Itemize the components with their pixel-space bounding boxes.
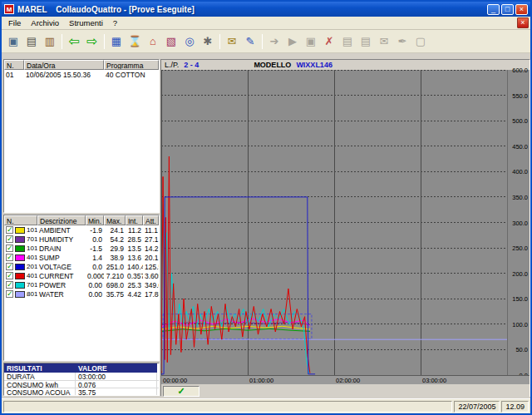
minimize-button[interactable]: _ <box>487 4 500 15</box>
channel-row[interactable]: ✓201VOLTAGE0.0251.0140.4125.5 <box>4 262 159 271</box>
maximize-button[interactable]: □ <box>501 4 514 15</box>
channel-name: HUMIDITY <box>37 235 86 244</box>
toolbar-separator <box>262 34 263 49</box>
results-table-body: DURATA03:00:00CONSUMO kwh0.076CONSUMO AC… <box>4 373 159 396</box>
toolbar-separator <box>62 34 62 49</box>
zoom-icon[interactable]: ◎ <box>180 32 199 51</box>
printer-icon[interactable]: ▤ <box>22 32 41 51</box>
y-axis-tick: 250.0 <box>512 245 528 252</box>
channel-att: 17.88 <box>143 290 159 299</box>
edit-note-icon[interactable]: ✎ <box>241 32 259 51</box>
chart-header: L./P. 2 - 4 MODELLO WIXXL146 <box>161 60 530 70</box>
history-clock-icon[interactable]: ⌛ <box>126 32 144 51</box>
channel-max: 24.1 <box>104 226 126 235</box>
runs-table-header: N.Data/OraProgramma <box>4 60 159 70</box>
channel-att: 11.1 <box>143 226 159 235</box>
apply-check-button[interactable]: ✓ <box>163 386 200 397</box>
channel-checkbox[interactable]: ✓ <box>6 245 13 252</box>
channel-max: 29.9 <box>104 245 126 253</box>
channel-row[interactable]: ✓101AMBIENT-1.924.111.211.1 <box>4 225 159 235</box>
chart-icon[interactable]: ▧ <box>162 32 180 51</box>
channel-name: AMBIENT <box>37 226 86 235</box>
channel-min: 0.0 <box>86 263 104 271</box>
channel-int: 140.4 <box>126 263 143 271</box>
channel-row[interactable]: ✓701POWER0.00698.025.3349.0 <box>4 280 159 289</box>
channel-row[interactable]: ✓101DRAIN-1.529.913.514.2 <box>4 244 159 253</box>
table-row[interactable]: 0110/06/2005 15.50.3640 COTTON <box>4 70 159 79</box>
channel-id: 801 <box>27 290 37 298</box>
channels-col-header[interactable]: Int. <box>126 215 143 225</box>
x-axis-tick: 01:00:00 <box>249 377 273 384</box>
print-preview-icon[interactable]: ▤ <box>338 32 357 51</box>
channel-min: 0.000 <box>86 272 104 280</box>
print-icon[interactable]: ▤ <box>357 32 375 51</box>
channel-row[interactable]: ✓701HUMIDITY0.054.228.527.1 <box>4 235 159 244</box>
channel-checkbox[interactable]: ✓ <box>6 290 13 298</box>
channels-col-header[interactable]: Descrizione <box>37 215 86 225</box>
table-view-icon[interactable]: ▦ <box>107 32 126 51</box>
channel-checkbox[interactable]: ✓ <box>6 226 13 234</box>
title-bar[interactable]: M MAREL CollaudoQuattro - [Prove Eseguit… <box>2 2 530 17</box>
menu-item-file[interactable]: File <box>3 17 26 28</box>
play-icon[interactable]: ▶ <box>283 32 302 51</box>
export-icon[interactable]: ➔ <box>265 32 283 51</box>
plot-area[interactable] <box>161 70 507 375</box>
chart-panel: L./P. 2 - 4 MODELLO WIXXL146 600.0550.05… <box>160 59 530 397</box>
result-label: CONSUMO kwh <box>4 381 76 388</box>
camera-icon[interactable]: ▣ <box>4 32 22 51</box>
toolbar: ▣▤▥⇦⇨▦⌛⌂▧◎✱✉✎➔▶▣✗▤▤✉✒▢ <box>2 30 530 53</box>
channels-col-header[interactable]: N. <box>4 215 37 225</box>
close-button[interactable]: × <box>515 4 528 15</box>
result-value: 35.75 <box>76 388 157 396</box>
menu-item-[interactable]: ? <box>108 17 122 28</box>
settings-gear-icon[interactable]: ✱ <box>199 32 217 51</box>
menu-item-strumenti[interactable]: Strumenti <box>64 17 108 28</box>
channels-col-header[interactable]: Max. <box>104 215 126 225</box>
window-title: MAREL CollaudoQuattro - [Prove Eseguite] <box>17 5 195 14</box>
edit-letter-icon[interactable]: ✉ <box>223 32 241 51</box>
channel-int: 4.42 <box>126 290 143 299</box>
channel-checkbox[interactable]: ✓ <box>6 254 13 261</box>
doc-settings-icon[interactable]: ▢ <box>411 32 430 51</box>
channel-att: 3.605 <box>143 272 159 280</box>
channels-col-header[interactable]: Min. <box>86 215 104 225</box>
channel-att: 125.5 <box>143 263 159 271</box>
mail-icon[interactable]: ✉ <box>375 32 393 51</box>
channel-max: 38.9 <box>104 254 126 262</box>
channel-row[interactable]: ✓401SUMP1.438.913.620.1 <box>4 253 159 262</box>
mdi-close-button[interactable]: × <box>517 17 529 28</box>
model-value: WIXXL146 <box>296 61 332 69</box>
channels-col-header[interactable]: Att. <box>143 215 159 225</box>
result-row: CONSUMO ACQUA l.35.75 <box>4 388 159 396</box>
channel-id-cell: ✓201 <box>4 263 37 270</box>
lp-value: 2 - 4 <box>184 61 199 69</box>
signature-icon[interactable]: ✒ <box>393 32 411 51</box>
channel-row[interactable]: ✓401CURRENT0.0007.2100.3573.605 <box>4 271 159 280</box>
nav-forward-icon[interactable]: ⇨ <box>83 32 101 51</box>
result-row: CONSUMO kwh0.076 <box>4 381 159 389</box>
channel-int: 13.5 <box>126 245 143 253</box>
channel-row[interactable]: ✓801WATER0.0035.754.4217.88 <box>4 289 159 299</box>
channel-id: 701 <box>27 235 37 243</box>
channel-max: 7.210 <box>104 272 126 280</box>
menu-item-archivio[interactable]: Archivio <box>26 17 64 28</box>
x-axis-tick: 02:00:00 <box>336 377 360 384</box>
channel-checkbox[interactable]: ✓ <box>6 235 13 243</box>
runs-col-header[interactable]: Data/Ora <box>24 60 104 70</box>
package-icon[interactable]: ▣ <box>302 32 320 51</box>
runs-col-header[interactable]: N. <box>4 60 24 70</box>
archive-books-icon[interactable]: ▥ <box>41 32 59 51</box>
channel-name: WATER <box>37 290 86 299</box>
channel-id-cell: ✓401 <box>4 272 37 279</box>
nav-back-icon[interactable]: ⇦ <box>65 32 83 51</box>
runs-col-header[interactable]: Programma <box>104 60 159 70</box>
home-icon[interactable]: ⌂ <box>144 32 162 51</box>
channel-checkbox[interactable]: ✓ <box>6 281 13 289</box>
results-col-header: RISULTATI <box>4 363 76 373</box>
delete-icon[interactable]: ✗ <box>320 32 338 51</box>
channel-int: 25.3 <box>126 281 143 289</box>
channel-checkbox[interactable]: ✓ <box>6 263 13 270</box>
y-axis-tick: 400.0 <box>512 169 528 175</box>
channel-color-swatch <box>15 264 25 270</box>
channel-checkbox[interactable]: ✓ <box>6 272 13 279</box>
